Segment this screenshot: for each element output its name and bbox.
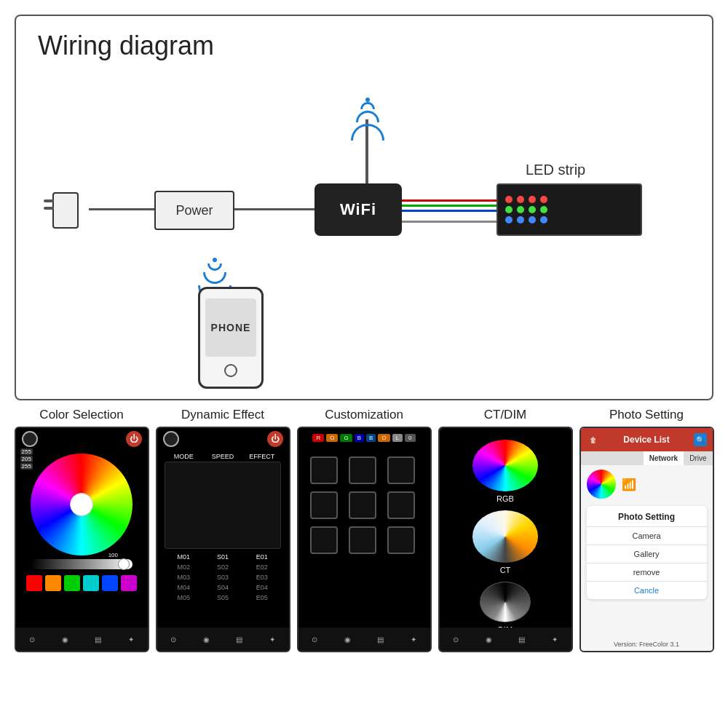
cust-cell[interactable] xyxy=(310,491,338,519)
nav-color-icon[interactable]: ◉ xyxy=(58,632,72,646)
de-cell[interactable]: M01 xyxy=(165,552,204,562)
tab-network[interactable]: Network xyxy=(644,451,684,465)
de-cell[interactable]: S05 xyxy=(203,593,242,603)
led-red xyxy=(529,196,536,203)
brightness-handle[interactable] xyxy=(118,558,130,570)
de-cell[interactable]: E01 xyxy=(242,552,282,562)
channel-r[interactable]: R xyxy=(312,434,324,442)
channel-b1[interactable]: B xyxy=(355,434,364,442)
menu-remove[interactable]: remove xyxy=(587,563,707,582)
nav-settings-icon[interactable]: ✦ xyxy=(406,632,421,646)
cust-cell[interactable] xyxy=(310,456,338,484)
wiring-title: Wiring diagram xyxy=(38,31,697,61)
ps-topbar: 🗑 Device List 🔍 xyxy=(581,428,713,451)
swatch-blue[interactable] xyxy=(102,575,118,591)
nav-color-icon[interactable]: ◉ xyxy=(199,632,213,646)
red-value: 255 xyxy=(20,448,33,455)
nav-home-icon[interactable]: ⊙ xyxy=(448,632,463,646)
de-cell[interactable]: S01 xyxy=(203,552,242,562)
de-cell[interactable]: M02 xyxy=(165,562,204,572)
nav-home-icon[interactable]: ⊙ xyxy=(25,632,39,646)
nav-battery-icon[interactable]: ▤ xyxy=(232,632,247,646)
cust-cell[interactable] xyxy=(387,526,415,554)
swatch-cyan[interactable] xyxy=(83,575,99,591)
channel-o1[interactable]: O xyxy=(326,434,338,442)
color-wheel[interactable] xyxy=(31,454,132,555)
nav-settings-icon[interactable]: ✦ xyxy=(124,632,138,646)
version-text: Version: FreeColor 3.1 xyxy=(581,641,713,648)
channel-off[interactable]: 0 xyxy=(405,434,415,442)
cust-cell[interactable] xyxy=(387,491,415,519)
de-cell[interactable]: S02 xyxy=(203,562,242,572)
cs-power-button[interactable]: ⏻ xyxy=(126,431,142,447)
nav-battery-icon[interactable]: ▤ xyxy=(91,632,106,646)
de-cell[interactable]: M04 xyxy=(165,582,204,593)
signal-arc-small xyxy=(360,102,375,109)
device-color-preview xyxy=(587,470,616,499)
swatch-green[interactable] xyxy=(64,575,80,591)
ct-wheel[interactable] xyxy=(472,510,538,562)
de-cell[interactable]: E05 xyxy=(242,593,282,603)
nav-settings-icon[interactable]: ✦ xyxy=(265,632,280,646)
led-green xyxy=(517,206,524,213)
channel-l[interactable]: L xyxy=(392,434,403,442)
led-blue xyxy=(529,216,536,223)
cust-cell[interactable] xyxy=(349,491,376,519)
dim-wheel[interactable] xyxy=(480,582,531,622)
de-cell[interactable]: M05 xyxy=(165,593,204,603)
cust-cell[interactable] xyxy=(349,456,376,484)
rgb-wheel[interactable] xyxy=(472,440,538,491)
channel-g[interactable]: G xyxy=(340,434,352,442)
ps-menu-title: Photo Setting xyxy=(587,506,707,527)
cust-cell[interactable] xyxy=(349,526,376,554)
nav-settings-icon[interactable]: ✦ xyxy=(547,632,562,646)
phone-home-button xyxy=(224,364,237,377)
led-strip xyxy=(496,183,642,236)
nav-battery-icon[interactable]: ▤ xyxy=(515,632,529,646)
led-green xyxy=(540,206,547,213)
wifi-label: WiFi xyxy=(340,200,376,219)
nav-battery-icon[interactable]: ▤ xyxy=(373,632,388,646)
cust-cell[interactable] xyxy=(387,456,415,484)
led-blue xyxy=(505,216,513,223)
tab-drive[interactable]: Drive xyxy=(684,451,712,465)
led-red xyxy=(505,196,513,203)
de-cell[interactable]: S04 xyxy=(203,582,242,593)
feature-dynamic-effect: Dynamic Effect ⏻ MODE SPEED EFFECT M01 S… xyxy=(152,408,293,652)
led-red xyxy=(517,196,524,203)
nav-home-icon[interactable]: ⊙ xyxy=(307,632,322,646)
signal-arc-med xyxy=(356,111,379,122)
photo-setting-screen: 🗑 Device List 🔍 Network Drive 📶 Photo Se… xyxy=(579,427,714,652)
nav-home-icon[interactable]: ⊙ xyxy=(166,632,181,646)
de-power-button[interactable]: ⏻ xyxy=(267,431,283,447)
de-cell[interactable]: E02 xyxy=(242,562,282,572)
nav-color-icon[interactable]: ◉ xyxy=(340,632,355,646)
menu-camera[interactable]: Camera xyxy=(587,527,707,545)
swatch-red[interactable] xyxy=(26,575,42,591)
de-rows: M01 S01 E01 M02 S02 E02 M03 S03 E03 M04 … xyxy=(165,552,282,603)
menu-cancel[interactable]: Cancle xyxy=(587,582,707,599)
ps-tabs: Network Drive xyxy=(581,451,713,465)
phone-icon: PHONE xyxy=(198,287,264,389)
led-strip-label: LED strip xyxy=(526,162,585,178)
swatch-purple[interactable] xyxy=(121,575,137,591)
wiring-diagram-section: Wiring diagram Power xyxy=(15,15,713,400)
diagram-area: Power WiFi xyxy=(31,76,697,381)
channel-o2[interactable]: O xyxy=(378,434,389,442)
trash-icon[interactable]: 🗑 xyxy=(587,433,600,446)
channel-b2[interactable]: B xyxy=(366,434,376,442)
de-cell[interactable]: M03 xyxy=(165,572,204,582)
nav-color-icon[interactable]: ◉ xyxy=(481,632,496,646)
search-icon[interactable]: 🔍 xyxy=(694,433,707,446)
de-cell[interactable]: E04 xyxy=(242,582,282,593)
brightness-slider[interactable] xyxy=(31,559,132,569)
wire-line xyxy=(89,208,154,210)
ps-device-row: 📶 xyxy=(581,465,713,503)
de-cell[interactable]: E03 xyxy=(242,572,282,582)
de-cell[interactable]: S03 xyxy=(203,572,242,582)
swatch-orange[interactable] xyxy=(45,575,61,591)
customization-screen: R O G B B O L 0 ⊙ ◉ xyxy=(297,427,432,652)
cust-cell[interactable] xyxy=(310,526,338,554)
menu-gallery[interactable]: Gallery xyxy=(587,545,707,563)
power-box: Power xyxy=(154,191,234,230)
